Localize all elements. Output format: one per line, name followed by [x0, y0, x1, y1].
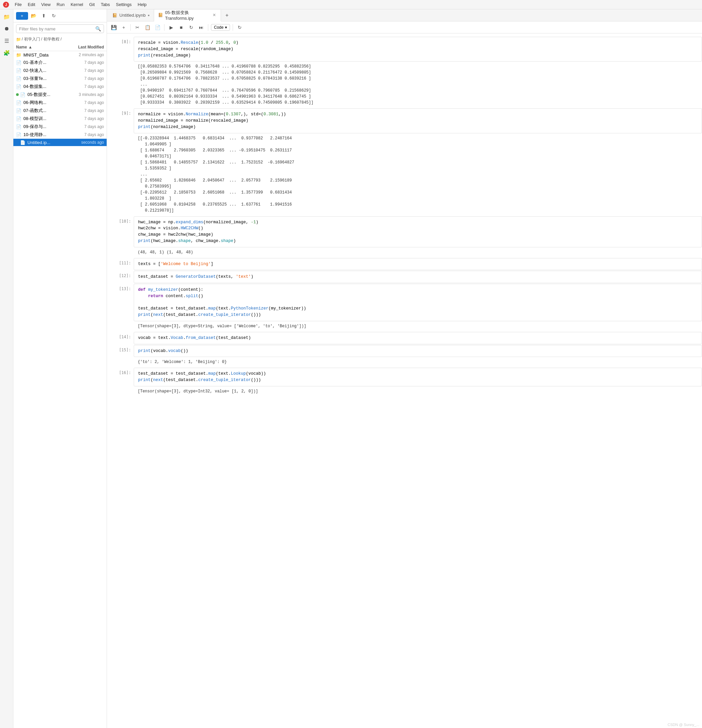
cell-prompt: [12]:: [107, 271, 134, 283]
notebook-tab-icon: 📔: [112, 13, 117, 18]
notebook-icon: 📄: [16, 124, 22, 129]
cell-input[interactable]: hwc_image = np.expand_dims(normalized_im…: [134, 216, 702, 247]
list-item[interactable]: 📄 03-张量Te... 7 days ago: [13, 75, 107, 82]
file-name: 01-基本介...: [23, 59, 65, 65]
cell-15: [15]: print(vocab.vocab()) {'to': 2, 'We…: [107, 345, 702, 367]
paste-button[interactable]: 📄: [153, 23, 162, 32]
cell-input[interactable]: test_dataset = GeneratorDataset(texts, '…: [134, 271, 702, 283]
cell-prompt: [8]:: [107, 37, 134, 108]
upload-button[interactable]: ⬆: [39, 12, 48, 20]
list-item[interactable]: 📄 07-函数式... 7 days ago: [13, 107, 107, 115]
name-column-header[interactable]: Name ▲: [16, 45, 67, 49]
cell-prompt: [9]:: [107, 108, 134, 215]
cell-input[interactable]: def my_tokenizer(content): return conten…: [134, 284, 702, 321]
menu-help[interactable]: Help: [135, 1, 149, 8]
kernel-selector[interactable]: Code ▾: [211, 24, 230, 31]
extensions-icon-btn[interactable]: 🧩: [2, 48, 12, 58]
cell-input[interactable]: texts = ['Welcome to Beijing']: [134, 258, 702, 270]
cell-body: def my_tokenizer(content): return conten…: [134, 284, 702, 331]
menu-tabs[interactable]: Tabs: [98, 1, 112, 8]
cell-input[interactable]: rescale = vision.Rescale(1.0 / 255.0, 0)…: [134, 37, 702, 62]
cell-body: rescale = vision.Rescale(1.0 / 255.0, 0)…: [134, 37, 702, 108]
cell-9: [9]: normalize = vision.Normalize(mean=(…: [107, 108, 702, 215]
add-cell-button[interactable]: +: [120, 23, 128, 32]
cell-10: [10]: hwc_image = np.expand_dims(normali…: [107, 216, 702, 257]
file-modified: 7 days ago: [67, 108, 104, 113]
cells-container: [8]: rescale = vision.Rescale(1.0 / 255.…: [107, 33, 702, 728]
tab-transforms[interactable]: 📔 05-数据变换Transforms.ipy ✕: [154, 10, 221, 22]
modified-column-header: Last Modified: [67, 45, 104, 49]
copy-button[interactable]: 📋: [143, 23, 152, 32]
cell-prompt: [15]:: [107, 345, 134, 367]
file-name: 08-模型训...: [23, 116, 65, 122]
file-modified: 7 days ago: [67, 76, 104, 81]
file-name: 02-快速入...: [23, 68, 65, 74]
cell-body: test_dataset = test_dataset.map(text.Loo…: [134, 368, 702, 396]
running-indicator: [16, 93, 19, 96]
list-item[interactable]: 📄 10-使用静... 7 days ago: [13, 131, 107, 139]
file-modified: 7 days ago: [67, 116, 104, 121]
separator: [208, 24, 208, 31]
separator: [130, 24, 131, 31]
menu-edit[interactable]: Edit: [25, 1, 38, 8]
kernel-status-button[interactable]: ↻: [235, 23, 244, 32]
list-item[interactable]: 📄 09-保存与... 7 days ago: [13, 123, 107, 131]
new-file-button[interactable]: +: [16, 12, 28, 20]
notebook-area: 📔 Untitled.ipynb ● 📔 05-数据变换Transforms.i…: [107, 9, 702, 728]
files-icon-btn[interactable]: 📁: [2, 12, 12, 22]
cell-input[interactable]: normalize = vision.Normalize(mean=(0.130…: [134, 108, 702, 133]
cell-16: [16]: test_dataset = test_dataset.map(te…: [107, 368, 702, 396]
file-name: 05-数据变...: [27, 92, 65, 98]
breadcrumb: 📁 / 初学入门 / 初学教程 /: [13, 35, 107, 43]
kernel-label: Code: [214, 25, 224, 30]
fast-forward-button[interactable]: ⏭: [197, 23, 205, 32]
list-item[interactable]: 📄 04-数据集... 7 days ago: [13, 82, 107, 91]
menu-git[interactable]: Git: [87, 1, 98, 8]
run-button[interactable]: ▶: [167, 23, 175, 32]
icon-bar: 📁 ⏺ ☰ 🧩: [0, 9, 13, 728]
list-item[interactable]: 📁 MNIST_Data 2 minutes ago: [13, 51, 107, 58]
tab-bar: 📔 Untitled.ipynb ● 📔 05-数据变换Transforms.i…: [107, 9, 702, 22]
cell-13: [13]: def my_tokenizer(content): return …: [107, 284, 702, 331]
menu-view[interactable]: View: [39, 1, 53, 8]
cut-button[interactable]: ✂: [133, 23, 142, 32]
main-layout: 📁 ⏺ ☰ 🧩 + 📂 ⬆ ↻ 🔍 📁 / 初学入门 / 初学教程 / Name…: [0, 9, 702, 728]
file-modified: 7 days ago: [67, 84, 104, 89]
running-icon-btn[interactable]: ⏺: [2, 24, 12, 33]
add-tab-button[interactable]: +: [222, 11, 232, 20]
list-item[interactable]: 📄 08-模型训... 7 days ago: [13, 115, 107, 123]
separator: [164, 24, 165, 31]
menu-file[interactable]: File: [12, 1, 25, 8]
commands-icon-btn[interactable]: ☰: [2, 36, 12, 45]
restart-button[interactable]: ↻: [187, 23, 195, 32]
cell-8: [8]: rescale = vision.Rescale(1.0 / 255.…: [107, 37, 702, 108]
menu-run[interactable]: Run: [54, 1, 67, 8]
file-name: 06-网络构...: [23, 100, 65, 105]
cell-input[interactable]: test_dataset = test_dataset.map(text.Loo…: [134, 368, 702, 386]
cell-body: texts = ['Welcome to Beijing']: [134, 258, 702, 270]
list-item[interactable]: 📄 05-数据变... 3 minutes ago: [13, 91, 107, 98]
new-folder-button[interactable]: 📂: [29, 12, 38, 20]
list-item[interactable]: 📄 Untitled.ip... seconds ago: [13, 139, 107, 146]
list-item[interactable]: 📄 01-基本介... 7 days ago: [13, 58, 107, 66]
list-item[interactable]: 📄 06-网络构... 7 days ago: [13, 98, 107, 107]
refresh-button[interactable]: ↻: [49, 12, 58, 20]
cell-input[interactable]: print(vocab.vocab()): [134, 345, 702, 357]
cell-prompt: [10]:: [107, 216, 134, 257]
cell-input[interactable]: vocab = text.Vocab.from_dataset(test_dat…: [134, 332, 702, 344]
notebook-icon: 📄: [16, 60, 22, 65]
file-name: 04-数据集...: [23, 84, 65, 90]
tab-close-button[interactable]: ✕: [212, 12, 217, 18]
menu-kernel[interactable]: Kernel: [68, 1, 86, 8]
cell-output: [[0.05882353 0.5764706 0.34117648 ... 0.…: [134, 62, 702, 108]
cell-prompt: [16]:: [107, 368, 134, 396]
list-item[interactable]: 📄 02-快速入... 7 days ago: [13, 66, 107, 75]
menu-settings[interactable]: Settings: [113, 1, 134, 8]
cell-body: hwc_image = np.expand_dims(normalized_im…: [134, 216, 702, 257]
tab-untitled[interactable]: 📔 Untitled.ipynb ●: [108, 9, 154, 21]
tab-label: 05-数据变换Transforms.ipy: [165, 10, 210, 21]
stop-button[interactable]: ■: [177, 23, 185, 32]
save-button[interactable]: 💾: [110, 23, 118, 32]
separator: [233, 24, 233, 31]
search-input[interactable]: [19, 26, 93, 32]
